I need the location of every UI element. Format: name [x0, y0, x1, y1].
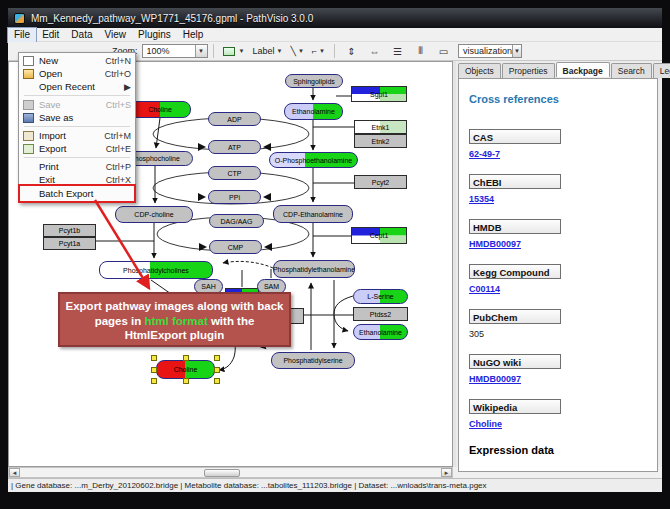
menu-item-shortcut: Ctrl+X: [106, 175, 131, 185]
export-icon: [23, 144, 34, 154]
connector-tool-button[interactable]: ⌐ ▼: [309, 44, 328, 59]
metabolite-l-serine[interactable]: L-Serine: [353, 289, 408, 304]
zoom-combobox[interactable]: 100% ▼: [142, 44, 208, 58]
tab-properties[interactable]: Properties: [502, 63, 555, 78]
xref-link[interactable]: Choline: [469, 419, 502, 429]
metabolite-dag-aag[interactable]: DAG/AAG: [209, 214, 264, 228]
datanode-tool-button[interactable]: ▼: [220, 44, 248, 59]
visualization-combobox[interactable]: visualization ▼: [458, 44, 522, 58]
metabolite-choline[interactable]: Choline: [129, 101, 191, 118]
xref-link[interactable]: HMDB00097: [469, 239, 521, 249]
window-title: Mm_Kennedy_pathway_WP1771_45176.gpml - P…: [31, 13, 313, 24]
selection-handle[interactable]: [151, 367, 157, 373]
menu-item-label: Import: [39, 130, 104, 141]
menu-item-open[interactable]: OpenCtrl+O: [20, 67, 134, 80]
distribute-vertical-icon[interactable]: ⫴: [412, 44, 429, 59]
xref-link[interactable]: C00114: [469, 284, 500, 294]
callout-highlight: html format: [144, 315, 207, 327]
scroll-left-icon[interactable]: ◄: [9, 468, 20, 477]
menu-item-new[interactable]: NewCtrl+N: [20, 54, 134, 67]
selection-handle[interactable]: [214, 367, 220, 373]
metabolite-ethanolamine[interactable]: Ethanolamine: [353, 324, 408, 340]
menu-data[interactable]: Data: [65, 28, 98, 42]
gene-pcyt2[interactable]: Pcyt2: [354, 175, 407, 189]
metabolite-cmp[interactable]: CMP: [209, 240, 262, 254]
metabolite-atp[interactable]: ATP: [208, 140, 261, 154]
gene-pcyt1b[interactable]: Pcyt1b: [43, 224, 96, 237]
tab-legend[interactable]: Legend: [653, 63, 670, 78]
metabolite-phosphatidylethanolamine[interactable]: Phosphatidylethanolamine: [273, 260, 355, 278]
menu-plugins[interactable]: Plugins: [132, 28, 177, 42]
xref-header: HMDB: [469, 219, 561, 234]
xref-link[interactable]: 62-49-7: [469, 149, 500, 159]
menu-edit[interactable]: Edit: [36, 28, 65, 42]
line-icon: ╲: [290, 45, 295, 57]
tab-backpage[interactable]: Backpage: [556, 62, 610, 77]
title-bar: Mm_Kennedy_pathway_WP1771_45176.gpml - P…: [8, 8, 662, 28]
metabolite-ethanolamine[interactable]: Ethanolamine: [284, 103, 343, 120]
scroll-right-icon[interactable]: ►: [441, 468, 452, 477]
menu-item-exit[interactable]: ExitCtrl+X: [20, 173, 134, 186]
selection-handle[interactable]: [183, 378, 189, 384]
visualization-dropdown-icon[interactable]: ▼: [512, 45, 521, 57]
zoom-dropdown-icon[interactable]: ▼: [195, 45, 207, 57]
gene-ptdss2[interactable]: Ptdss2: [353, 307, 408, 321]
gene-pcyt1a[interactable]: Pcyt1a: [43, 237, 96, 250]
metabolite-cdp-choline[interactable]: CDP-choline: [115, 206, 193, 223]
chevron-down-icon: ▼: [298, 48, 304, 54]
gene-sgpl1[interactable]: Sgpl1: [351, 86, 407, 102]
menu-item-shortcut: Ctrl+N: [105, 56, 131, 66]
menu-help[interactable]: Help: [177, 28, 210, 42]
align-vertical-center-icon[interactable]: ⇕: [343, 44, 360, 59]
line-tool-button[interactable]: ╲ ▼: [287, 44, 306, 59]
xref-link[interactable]: 15354: [469, 194, 494, 204]
expression-data-heading: Expression data: [469, 444, 657, 456]
selection-handle[interactable]: [151, 355, 157, 361]
side-panel: ObjectsPropertiesBackpageSearchLegend Cr…: [456, 61, 662, 467]
menu-item-save[interactable]: SaveCtrl+S: [20, 98, 134, 111]
menu-item-batch-export[interactable]: Batch Export: [20, 186, 134, 201]
metabolite-adp[interactable]: ADP: [208, 112, 261, 126]
common-width-icon[interactable]: ▭: [435, 44, 452, 59]
pathvisio-window: Mm_Kennedy_pathway_WP1771_45176.gpml - P…: [8, 8, 662, 492]
menu-item-label: Open: [39, 68, 105, 79]
metabolite-phosphatidylcholines[interactable]: Phosphatidylcholines: [99, 261, 213, 279]
metabolite-o-phosphoethanolamine[interactable]: O-Phosphoethanolamine: [269, 152, 358, 168]
gene-cept1[interactable]: Cept1: [351, 227, 407, 244]
selection-handle[interactable]: [214, 378, 220, 384]
selection-handle[interactable]: [183, 355, 189, 361]
import-icon: [23, 131, 34, 141]
menu-item-print[interactable]: PrintCtrl+P: [20, 160, 134, 173]
metabolite-ppi[interactable]: PPi: [208, 190, 261, 204]
file-menu: NewCtrl+NOpenCtrl+OOpen Recent▶SaveCtrl+…: [18, 52, 136, 203]
tab-objects[interactable]: Objects: [458, 63, 501, 78]
menu-item-label: Batch Export: [39, 188, 131, 199]
scrollbar-thumb[interactable]: [204, 469, 240, 477]
xref-link[interactable]: HMDB00097: [469, 374, 521, 384]
xref-section-chebi: ChEBI15354: [469, 174, 561, 204]
metabolite-sphingolipids[interactable]: Sphingolipids: [285, 74, 343, 88]
menu-item-export[interactable]: ExportCtrl+E: [20, 142, 134, 155]
menu-item-save-as[interactable]: Save as: [20, 111, 134, 124]
chevron-down-icon: ▼: [239, 48, 245, 54]
label-tool-button[interactable]: Label ▼: [249, 44, 285, 59]
menu-file[interactable]: File: [8, 28, 36, 42]
selection-handle[interactable]: [214, 355, 220, 361]
distribute-horizontal-icon[interactable]: ☰: [389, 44, 406, 59]
menu-view[interactable]: View: [98, 28, 132, 42]
xref-value: 305: [469, 329, 484, 339]
tab-search[interactable]: Search: [611, 63, 652, 78]
metabolite-cdp-ethanolamine[interactable]: CDP-Ethanolamine: [273, 205, 353, 223]
metabolite-phosphatidylserine[interactable]: Phosphatidylserine: [271, 352, 355, 369]
horizontal-scrollbar[interactable]: ◄ ►: [8, 467, 453, 478]
menu-item-import[interactable]: ImportCtrl+M: [20, 129, 134, 142]
xref-section-hmdb: HMDBHMDB00097: [469, 219, 561, 249]
gene-etnk2[interactable]: Etnk2: [354, 134, 407, 148]
gene-node[interactable]: [289, 308, 304, 324]
gene-etnk1[interactable]: Etnk1: [354, 120, 407, 134]
selection-handle[interactable]: [151, 378, 157, 384]
metabolite-ctp[interactable]: CTP: [208, 166, 261, 180]
align-horizontal-center-icon[interactable]: ⇔: [366, 44, 383, 59]
metabolite-choline[interactable]: Choline: [156, 360, 215, 379]
menu-item-open-recent[interactable]: Open Recent▶: [20, 80, 134, 93]
